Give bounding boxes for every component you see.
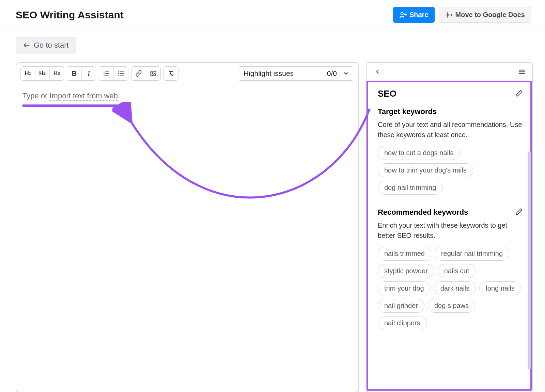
arrow-left-icon xyxy=(23,42,30,49)
share-button[interactable]: Share xyxy=(393,7,435,23)
target-desc: Core of your text and all recommendation… xyxy=(378,119,523,140)
subheader: Go to start xyxy=(0,30,545,56)
seo-panel-body: SEO Target keywords Core of your text an… xyxy=(367,81,532,391)
bold-button[interactable]: B xyxy=(67,67,81,80)
share-icon xyxy=(399,11,407,19)
issues-count: 0/0 xyxy=(327,69,337,78)
h3-button[interactable]: H3 xyxy=(49,67,64,80)
ordered-list-icon: 123 xyxy=(103,70,110,77)
edit-seo-button[interactable] xyxy=(515,89,523,98)
hamburger-icon xyxy=(518,68,526,76)
app-title: SEO Writing Assistant xyxy=(16,9,124,21)
keyword-pill[interactable]: nail grinder xyxy=(378,299,424,313)
keyword-pill[interactable]: dog s paws xyxy=(428,299,475,313)
ordered-list-button[interactable]: 123 xyxy=(99,67,113,80)
panel-menu-button[interactable] xyxy=(518,68,526,77)
unordered-list-button[interactable] xyxy=(113,67,128,80)
svg-text:3: 3 xyxy=(104,74,105,76)
target-keyword-list: how to cut a dogs nailshow to trim your … xyxy=(378,146,523,195)
pencil-icon xyxy=(515,208,523,215)
editor-body[interactable]: Type or Import text from web xyxy=(16,84,358,114)
issues-label: Highlight issues xyxy=(244,69,294,78)
keyword-pill[interactable]: trim your dog xyxy=(378,281,431,295)
keyword-pill[interactable]: nails trimmed xyxy=(378,247,431,261)
seo-side-panel: SEO Target keywords Core of your text an… xyxy=(366,62,533,392)
clear-format-icon xyxy=(168,70,174,77)
seo-heading-row: SEO xyxy=(368,82,530,102)
app-header: SEO Writing Assistant Share Move to Goog… xyxy=(0,0,545,30)
placeholder-prefix: Type or xyxy=(22,92,49,100)
go-to-start-button[interactable]: Go to start xyxy=(16,37,76,53)
annotation-underline xyxy=(22,104,121,107)
keyword-pill[interactable]: dark nails xyxy=(434,281,476,295)
chevron-left-icon xyxy=(374,68,381,75)
keyword-pill[interactable]: dog nail trimming xyxy=(378,181,442,195)
panel-back-button[interactable] xyxy=(374,68,381,77)
svg-point-16 xyxy=(118,75,119,76)
svg-point-14 xyxy=(118,71,119,72)
italic-button[interactable]: I xyxy=(81,67,96,80)
move-label: Move to Google Docs xyxy=(455,11,525,19)
format-group: B I xyxy=(67,66,96,81)
svg-point-0 xyxy=(401,12,403,15)
svg-point-18 xyxy=(152,72,153,74)
header-actions: Share Move to Google Docs xyxy=(393,7,531,23)
recommended-heading: Recommended keywords xyxy=(378,208,468,217)
side-panel-header xyxy=(367,63,532,81)
insert-group xyxy=(131,66,161,81)
back-label: Go to start xyxy=(34,41,69,50)
h1-button[interactable]: H1 xyxy=(21,67,35,80)
link-button[interactable] xyxy=(131,67,146,80)
keyword-pill[interactable]: how to trim your dog's nails xyxy=(378,163,473,177)
clear-group xyxy=(164,66,178,81)
recommended-desc: Enrich your text with these keywords to … xyxy=(378,220,523,241)
export-icon xyxy=(445,11,453,19)
image-icon xyxy=(150,70,157,77)
keyword-pill[interactable]: styptic powder xyxy=(378,264,434,278)
chevron-down-icon xyxy=(343,70,349,77)
clear-format-button[interactable] xyxy=(164,67,178,80)
move-to-gdocs-button[interactable]: Move to Google Docs xyxy=(439,7,531,23)
edit-recommended-button[interactable] xyxy=(515,208,523,217)
keyword-pill[interactable]: nails cut xyxy=(438,264,476,278)
editor-placeholder: Type or Import text from web xyxy=(22,92,118,102)
target-keywords-section: Target keywords Core of your text and al… xyxy=(368,102,530,203)
target-heading: Target keywords xyxy=(378,107,523,116)
import-from-web-link[interactable]: Import text from web xyxy=(49,92,118,101)
highlight-issues-dropdown[interactable]: Highlight issues 0/0 xyxy=(238,66,354,81)
workspace: H1 H2 H3 B I 123 xyxy=(0,56,545,392)
share-label: Share xyxy=(409,11,429,19)
pencil-icon xyxy=(515,89,523,97)
h2-button[interactable]: H2 xyxy=(35,67,49,80)
list-group: 123 xyxy=(99,66,128,81)
heading-group: H1 H2 H3 xyxy=(20,66,64,81)
svg-point-15 xyxy=(118,73,119,74)
editor-pane: H1 H2 H3 B I 123 xyxy=(16,62,359,392)
unordered-list-icon xyxy=(118,70,124,77)
keyword-pill[interactable]: nail clippers xyxy=(378,316,427,330)
recommended-keyword-list: nails trimmedregular nail trimmingstypti… xyxy=(378,247,523,330)
image-button[interactable] xyxy=(146,67,160,80)
link-icon xyxy=(135,70,142,77)
keyword-pill[interactable]: regular nail trimming xyxy=(435,247,509,261)
keyword-pill[interactable]: how to cut a dogs nails xyxy=(378,146,460,160)
editor-toolbar: H1 H2 H3 B I 123 xyxy=(16,63,358,84)
recommended-keywords-section: Recommended keywords Enrich your text wi… xyxy=(368,203,530,338)
keyword-pill[interactable]: long nails xyxy=(479,281,521,295)
panel-scrollbar[interactable] xyxy=(528,151,531,369)
seo-title: SEO xyxy=(378,88,396,99)
